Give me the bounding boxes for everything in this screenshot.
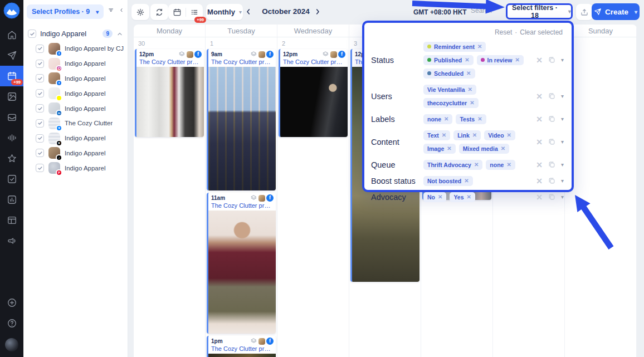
caret-down-icon[interactable]: ▾: [561, 162, 564, 168]
copy-icon[interactable]: [548, 92, 556, 100]
profile-row[interactable]: fIndigo Apparel by CJ: [23, 41, 128, 56]
remove-chip-icon[interactable]: ✕: [442, 132, 446, 138]
create-button[interactable]: Create ▾: [592, 3, 640, 20]
caret-down-icon[interactable]: ▾: [561, 57, 564, 63]
sidebar-item-help[interactable]: [0, 313, 23, 334]
profile-group-row[interactable]: Indigo Apparel 9: [23, 23, 128, 41]
copy-icon[interactable]: [548, 138, 556, 146]
sidebar-item-star[interactable]: [0, 148, 23, 169]
profile-checkbox[interactable]: [36, 74, 44, 82]
settings-button[interactable]: [131, 4, 149, 20]
caret-down-icon[interactable]: ▾: [561, 178, 564, 184]
clear-row-icon[interactable]: ✕: [536, 115, 543, 123]
remove-chip-icon[interactable]: ✕: [507, 132, 511, 138]
profile-checkbox[interactable]: [36, 119, 44, 128]
remove-chip-icon[interactable]: ✕: [438, 194, 442, 200]
prev-month-button[interactable]: [244, 7, 253, 16]
profile-checkbox[interactable]: [36, 134, 44, 143]
clear-row-icon[interactable]: ✕: [536, 56, 543, 64]
remove-chip-icon[interactable]: ✕: [472, 132, 477, 138]
sidebar-item-layout[interactable]: [0, 210, 23, 231]
profile-checkbox[interactable]: [36, 60, 44, 68]
profile-checkbox[interactable]: [36, 45, 44, 53]
caret-down-icon[interactable]: ▾: [561, 194, 564, 200]
view-mode-dropdown[interactable]: Monthly ▾: [206, 4, 243, 20]
remove-chip-icon[interactable]: ✕: [466, 70, 471, 76]
clear-row-icon[interactable]: ✕: [536, 177, 543, 185]
profile-checkbox[interactable]: [36, 164, 44, 172]
sidebar-item-tasks[interactable]: [0, 169, 23, 189]
remove-chip-icon[interactable]: ✕: [447, 145, 451, 151]
sidebar-item-home[interactable]: [0, 25, 23, 45]
remove-chip-icon[interactable]: ✕: [467, 194, 471, 200]
clear-row-icon[interactable]: ✕: [536, 92, 543, 100]
select-profiles-dropdown[interactable]: Select Profiles · 9 ▾: [27, 4, 104, 19]
copy-icon[interactable]: [548, 177, 556, 185]
sidebar-item-send[interactable]: [0, 45, 23, 66]
remove-chip-icon[interactable]: ✕: [444, 116, 448, 122]
calendar-column-monday[interactable]: 3012pmfThe Cozy Clutter presents...: [134, 37, 206, 357]
profile-filter-icon[interactable]: [108, 7, 114, 16]
sidebar-item-plus[interactable]: [0, 292, 23, 313]
profile-checkbox[interactable]: [36, 89, 44, 97]
reset-filters-link[interactable]: Reset: [495, 28, 512, 36]
caret-down-icon[interactable]: ▾: [561, 116, 564, 122]
copy-icon[interactable]: [548, 160, 556, 169]
profile-checkbox[interactable]: [36, 104, 44, 113]
clear-row-icon[interactable]: ✕: [536, 161, 543, 169]
remove-chip-icon[interactable]: ✕: [501, 145, 505, 151]
sidebar-item-reports[interactable]: [0, 189, 23, 210]
refresh-button[interactable]: [150, 4, 168, 20]
sidebar-item-listening[interactable]: [0, 128, 23, 148]
profile-checkbox[interactable]: [36, 149, 44, 157]
profile-row[interactable]: ♪Indigo Apparel: [23, 146, 128, 161]
remove-chip-icon[interactable]: ✕: [506, 162, 511, 168]
collapse-panel-icon[interactable]: [119, 7, 124, 16]
post-card[interactable]: 9amfThe Cozy Clutter presents...: [207, 49, 276, 190]
clear-row-icon[interactable]: ✕: [536, 138, 543, 146]
chevron-up-icon[interactable]: [116, 31, 123, 37]
list-view-icon[interactable]: [190, 8, 199, 17]
copy-icon[interactable]: [548, 193, 556, 201]
profile-row[interactable]: Indigo Apparel: [23, 86, 128, 101]
remove-chip-icon[interactable]: ✕: [470, 100, 474, 106]
profile-row[interactable]: ✦The Cozy Clutter: [23, 116, 128, 131]
remove-chip-icon[interactable]: ✕: [474, 162, 479, 168]
calendar-column-sunday[interactable]: 6: [565, 37, 637, 357]
next-month-button[interactable]: [313, 7, 322, 16]
profile-row[interactable]: PIndigo Apparel: [23, 160, 128, 175]
calendar-view-icon[interactable]: [173, 8, 182, 17]
export-button[interactable]: [576, 4, 593, 20]
post-card[interactable]: 12pmfThe Cozy Clutter presents...: [279, 49, 348, 137]
sidebar-item-calendar[interactable]: +99: [0, 66, 23, 86]
copy-icon[interactable]: [548, 56, 556, 64]
profile-row[interactable]: Indigo Apparel: [23, 56, 128, 71]
post-card[interactable]: 12pmfThe Cozy Clutter presents...: [135, 49, 204, 137]
clear-row-icon[interactable]: ✕: [536, 193, 543, 201]
remove-chip-icon[interactable]: ✕: [465, 57, 469, 63]
post-card[interactable]: 1pmfThe Cozy Clutter presents...: [207, 336, 276, 357]
remove-chip-icon[interactable]: ✕: [477, 116, 482, 122]
group-checkbox[interactable]: [28, 30, 36, 38]
remove-chip-icon[interactable]: ✕: [464, 178, 469, 184]
sidebar-item-megaphone[interactable]: [0, 231, 23, 251]
remove-chip-icon[interactable]: ✕: [468, 86, 472, 92]
profile-row[interactable]: fIndigo Apparel: [23, 71, 128, 86]
profile-row[interactable]: ✕Indigo Apparel: [23, 131, 128, 146]
sidebar-item-media[interactable]: [0, 86, 23, 107]
remove-chip-icon[interactable]: ✕: [477, 43, 482, 50]
select-filters-dropdown[interactable]: Select filters · 18 ▾: [506, 3, 573, 19]
tasks-icon: [7, 174, 17, 184]
user-avatar[interactable]: [5, 338, 18, 351]
post-card[interactable]: 11amfThe Cozy Clutter presents...: [207, 193, 276, 334]
remove-chip-icon[interactable]: ✕: [515, 57, 520, 63]
calendar-column-wednesday[interactable]: 212pmfThe Cozy Clutter presents...: [277, 37, 349, 357]
caret-down-icon[interactable]: ▾: [561, 139, 564, 145]
copy-icon[interactable]: [548, 115, 556, 123]
caret-down-icon[interactable]: ▾: [561, 93, 564, 99]
profile-row[interactable]: inIndigo Apparel: [23, 101, 128, 116]
sidebar-item-inbox[interactable]: [0, 107, 23, 128]
clear-selected-link[interactable]: Clear selected: [520, 28, 563, 36]
search-input[interactable]: [471, 7, 510, 14]
calendar-column-tuesday[interactable]: 19amfThe Cozy Clutter presents...11amfTh…: [206, 37, 277, 357]
